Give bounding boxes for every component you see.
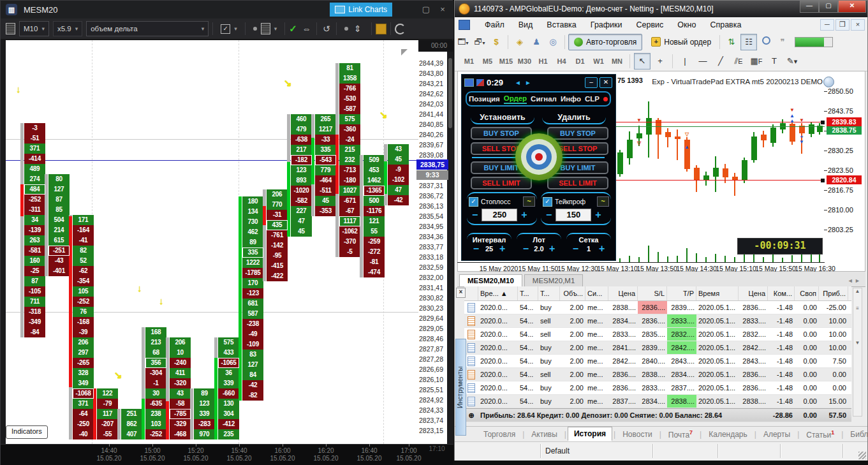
column-header-Время[interactable]: Время <box>696 286 739 300</box>
tab-scroll-arrows[interactable]: ◄ ► <box>848 277 860 284</box>
mt5-titlebar[interactable]: 1140973 - AMPGlobalEU-Demo: Демо-счет - … <box>455 1 867 17</box>
horizontal-line-tool[interactable]: — <box>695 53 711 70</box>
vtp-tab-signal[interactable]: Сигнал <box>531 95 557 103</box>
interval-minus-button[interactable]: − <box>473 244 479 254</box>
vtp-close-button[interactable]: ✕ <box>600 77 612 88</box>
vtp-delete-sell-limit-button[interactable]: SELL LIMIT <box>547 177 608 189</box>
candle-chart-icon[interactable]: ☷ <box>740 34 757 50</box>
menu-item-Окно[interactable]: Окно <box>670 20 703 29</box>
cursor-tool[interactable]: ↖ <box>634 53 651 70</box>
signals-icon[interactable]: ◎ <box>546 35 560 49</box>
vtp-set-buy-stop-button[interactable]: BUY STOP <box>471 127 532 140</box>
expert-smiley-icon[interactable] <box>823 77 834 87</box>
time-axis[interactable] <box>1 444 453 465</box>
timeframe-MN[interactable]: MN <box>608 57 626 65</box>
column-header-Вре[interactable]: Вре... ▲ <box>478 286 518 300</box>
column-header-Цена[interactable]: Цена <box>739 286 768 300</box>
menu-item-Сервис[interactable]: Сервис <box>629 20 671 29</box>
column-header-Т[interactable]: Т... <box>538 286 560 300</box>
table-scrollbar[interactable]: ▲≡▼ <box>853 288 862 417</box>
interval-plus-button[interactable]: + <box>499 244 505 254</box>
column-header-Цена[interactable]: Цена <box>608 286 638 300</box>
table-row[interactable]: 2020.0...54...buy2.00me...2837....2834..… <box>464 395 851 408</box>
stoploss-minus-button[interactable]: − <box>472 210 478 220</box>
crosshair-tool[interactable]: + <box>652 53 668 70</box>
grid-value[interactable]: 1 <box>580 245 598 253</box>
timeframe-M1[interactable]: M1 <box>460 57 478 65</box>
table-row[interactable]: 2020.0...54...sell2.00me...2833....2835.… <box>464 328 851 341</box>
bottom-tab-Активы[interactable]: Активы <box>526 428 563 441</box>
vtp-tab-position[interactable]: Позиция <box>469 95 500 103</box>
stoploss-plus-button[interactable]: + <box>521 210 527 220</box>
maximize-button[interactable]: ▢ <box>819 1 838 13</box>
interval-value[interactable]: 25 <box>480 245 498 253</box>
toolbox-icon[interactable]: ◈ <box>513 35 527 49</box>
vertical-line-tool[interactable]: | <box>677 53 693 70</box>
vtp-tab-info[interactable]: Инфо <box>561 95 581 103</box>
bottom-tab-Алерты[interactable]: Алерты <box>758 428 796 441</box>
navigator-icon[interactable]: ♟ <box>529 35 543 49</box>
new-chart-icon[interactable]: 🗔▾ <box>456 35 470 49</box>
bottom-tab-Торговля[interactable]: Торговля <box>478 428 521 441</box>
stoploss-value[interactable]: 250 <box>482 209 517 221</box>
takeprofit-plus-button[interactable]: + <box>595 210 601 220</box>
column-header-Приб[interactable]: Приб... <box>819 286 848 300</box>
menu-item-Справка[interactable]: Справка <box>703 20 748 29</box>
takeprofit-checkbox[interactable]: ✓ <box>543 197 552 207</box>
grid-plus-button[interactable]: + <box>599 244 605 254</box>
lot-plus-button[interactable]: + <box>549 244 555 254</box>
lot-value[interactable]: 2.0 <box>530 245 548 253</box>
expand-icon[interactable]: ⊕ <box>464 409 478 422</box>
chart-tab-MESM20,M1[interactable]: MESM20,M1 <box>524 274 583 286</box>
stoploss-trailing-icon[interactable]: ~ <box>523 196 535 207</box>
vtp-delete-buy-stop-button[interactable]: BUY STOP <box>547 127 608 140</box>
table-row[interactable]: 2020.0...54...buy2.00me...2836....2833..… <box>464 381 851 395</box>
takeprofit-minus-button[interactable]: − <box>546 210 552 220</box>
column-header-Т[interactable]: Т... <box>518 286 538 300</box>
mdi-minimize-button[interactable]: ─ <box>820 19 834 31</box>
resize-grip[interactable] <box>858 452 866 459</box>
bottom-tab-Почта[interactable]: Почта7 <box>663 427 698 441</box>
menu-item-Файл[interactable]: Файл <box>478 20 511 29</box>
bottom-tab-Календарь[interactable]: Календарь <box>703 428 753 441</box>
lot-minus-button[interactable]: − <box>523 244 529 254</box>
timeframe-D1[interactable]: D1 <box>571 57 589 65</box>
vtp-titlebar[interactable]: 0:29 ◄ ► – ✕ <box>462 75 615 90</box>
takeprofit-value[interactable]: 150 <box>555 209 591 221</box>
close-button[interactable]: ✕ <box>838 1 866 13</box>
mdi-restore-button[interactable]: ❒ <box>835 19 850 31</box>
menu-item-Вид[interactable]: Вид <box>511 20 540 29</box>
bottom-tab-История[interactable]: История <box>568 427 612 441</box>
table-row[interactable]: 2020.0...54...buy2.00me...2841....2839..… <box>464 341 851 355</box>
timeframe-M5[interactable]: M5 <box>478 57 497 65</box>
new-order-button[interactable]: + Новый ордер <box>646 34 716 50</box>
chart-tab-MESM20,M10[interactable]: MESM20,M10 <box>459 274 522 286</box>
vtp-set-sell-limit-button[interactable]: SELL LIMIT <box>471 177 532 189</box>
stoploss-checkbox[interactable]: ✓ <box>469 197 478 207</box>
indicators-button[interactable]: Indicators <box>6 425 48 439</box>
minimize-button[interactable]: — <box>800 1 819 13</box>
bottom-tab-Новости[interactable]: Новости <box>617 428 658 441</box>
sidebar-tab-instruments[interactable]: Инструменты <box>455 339 466 436</box>
takeprofit-trailing-icon[interactable]: ~ <box>597 196 609 207</box>
market-watch-icon[interactable]: $ <box>489 35 503 49</box>
vtp-tab-order[interactable]: Ордер <box>504 94 527 104</box>
timeframe-H1[interactable]: H1 <box>534 57 552 65</box>
vtp-tab-clp[interactable]: CLP <box>585 95 600 103</box>
grid-minus-button[interactable]: − <box>573 244 578 254</box>
column-header-Объ[interactable]: Объ... <box>560 286 585 300</box>
timeframe-H4[interactable]: H4 <box>552 57 571 65</box>
shapes-tool[interactable]: ✎▾ <box>784 53 800 70</box>
mdi-close-button[interactable]: × <box>851 19 865 31</box>
bottom-tab-Статьи[interactable]: Статьи1 <box>800 427 840 441</box>
column-header-Си[interactable]: Си... <box>585 286 608 300</box>
column-header-S/L[interactable]: S/L <box>638 286 667 300</box>
column-header-Своп[interactable]: Своп <box>795 286 819 300</box>
menu-item-Графики[interactable]: Графики <box>584 20 629 29</box>
bar-chart-icon[interactable]: ⇅ <box>725 35 739 49</box>
vtp-minimize-button[interactable]: – <box>585 77 598 88</box>
vtp-next-arrow-icon[interactable]: ► <box>525 79 531 86</box>
table-row[interactable]: 2020.0...54...buy2.00me...2842....2840..… <box>464 355 851 368</box>
menu-item-Вставка[interactable]: Вставка <box>540 20 583 29</box>
equidistant-channel-tool[interactable]: ⫽E <box>730 53 747 70</box>
